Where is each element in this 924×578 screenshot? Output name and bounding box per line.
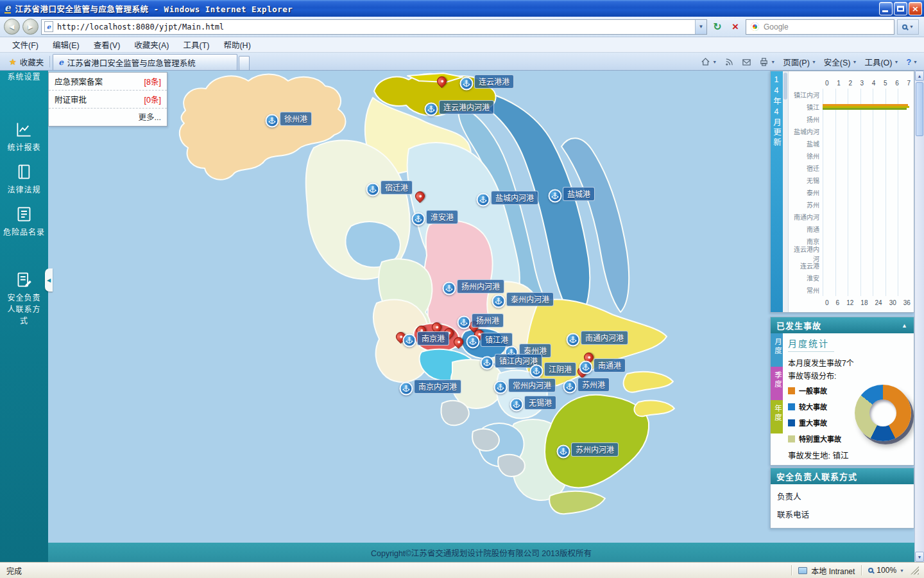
accident-tabs: 月度 季度 年度 xyxy=(771,333,783,465)
chart-scrollbar-thumb[interactable] xyxy=(783,73,787,100)
quick-row-count: [0条] xyxy=(144,93,161,105)
tab-quarterly[interactable]: 季度 xyxy=(771,367,783,400)
port-label: 淮安港 xyxy=(426,210,458,224)
legend-label: 一般事故 xyxy=(799,385,827,396)
sidebar-item-safety-contact[interactable]: 安全负责人联系方式 xyxy=(0,271,48,327)
map-island-se-2 xyxy=(635,401,674,417)
ie-tab-icon: e xyxy=(58,58,64,67)
chart-category-label: 连云港 xyxy=(789,261,823,270)
quick-row-label: 应急预案备案 xyxy=(55,75,103,87)
sidebar: 系统设置 统计报表 法律法规 危险品名录 安全负责人联系方式 ◀ xyxy=(0,71,48,562)
forward-button[interactable]: ▶ xyxy=(22,19,38,35)
axis-tick-label: 5 xyxy=(884,80,887,87)
chart-row: 镇江 xyxy=(789,101,911,113)
search-box[interactable]: Google xyxy=(746,19,894,35)
search-input[interactable]: Google xyxy=(764,22,789,31)
search-button[interactable]: ▼ xyxy=(897,19,919,35)
accident-panel: 已发生事故 ▲ 月度 季度 年度 月度统计 本月度发生事故7个 事故等级分布: xyxy=(770,317,914,466)
tab-title: 江苏省港口安全监管与应急管理系统 xyxy=(67,57,196,69)
chart-row: 南通 xyxy=(789,223,911,235)
feeds-button[interactable] xyxy=(721,56,737,68)
intranet-icon xyxy=(798,567,807,574)
menu-item[interactable]: 文件(F) xyxy=(5,37,46,53)
menu-item[interactable]: 编辑(E) xyxy=(46,37,87,53)
address-url[interactable]: http://localhost:8080/yjpt/Main.html xyxy=(57,22,695,31)
scroll-down-icon[interactable]: ▼ xyxy=(915,552,924,562)
tab-yearly[interactable]: 年度 xyxy=(771,400,783,434)
sidebar-item-system-settings[interactable]: 系统设置 xyxy=(0,71,48,82)
minimize-button[interactable] xyxy=(879,2,893,15)
address-bar[interactable]: e http://localhost:8080/yjpt/Main.html ▼ xyxy=(41,19,707,35)
sidebar-collapse-handle[interactable]: ◀ xyxy=(45,268,53,292)
accident-location: 事故发生地: 镇江 xyxy=(788,449,848,461)
sidebar-item-statistics[interactable]: 统计报表 xyxy=(0,121,48,153)
back-button[interactable]: ◀ xyxy=(4,19,20,35)
chart-row: 淮安 xyxy=(789,272,911,284)
port-label: 盐城港 xyxy=(563,187,595,201)
anchor-icon xyxy=(466,335,480,349)
chart-row: 苏州 xyxy=(789,198,911,211)
menu-item[interactable]: 收藏夹(A) xyxy=(127,37,176,53)
title-bar[interactable]: e 江苏省港口安全监管与应急管理系统 - Windows Internet Ex… xyxy=(0,0,924,17)
scroll-up-icon[interactable]: ▲ xyxy=(915,71,924,81)
axis-tick-label: 7 xyxy=(907,80,911,87)
tab-main[interactable]: e 江苏省港口安全监管与应急管理系统 xyxy=(53,54,237,70)
page-menu-button[interactable]: 页面(P) ▼ xyxy=(780,55,819,69)
vertical-scrollbar[interactable]: ▲ ▼ xyxy=(914,71,924,562)
chart-category-label: 镇江内河 xyxy=(789,90,823,100)
menu-item[interactable]: 帮助(H) xyxy=(216,37,257,53)
favorites-button[interactable]: ★ 收藏夹 xyxy=(3,54,49,70)
accident-legend: 一般事故 较大事故 重大事故 特别重大事故 xyxy=(788,385,849,444)
mail-button[interactable] xyxy=(739,56,755,68)
sidebar-item-laws[interactable]: 法律法规 xyxy=(0,163,48,196)
status-done: 完成 xyxy=(6,565,785,576)
feed-icon xyxy=(724,57,734,67)
scrollbar-thumb[interactable] xyxy=(916,82,923,136)
chart-category-label: 连云港内河 xyxy=(789,244,823,263)
chart-bar-track xyxy=(823,259,911,272)
zoom-control[interactable]: 100% ▼ xyxy=(868,566,904,575)
chart-category-label: 无锡 xyxy=(789,175,823,185)
accident-panel-header[interactable]: 已发生事故 ▲ xyxy=(771,317,914,333)
anchor-icon xyxy=(494,381,508,394)
chart-bar-track xyxy=(823,272,911,284)
axis-tick-label: 6 xyxy=(836,299,840,306)
port-label: 连云港港 xyxy=(474,74,514,89)
bar-chart-top-axis: 01234567 xyxy=(825,80,911,87)
quick-panel-row-certificate[interactable]: 附证审批 [0条] xyxy=(49,91,167,109)
bar-chart-bottom-axis: 061218243036 xyxy=(825,299,911,306)
chart-scrollbar[interactable] xyxy=(783,71,789,312)
map-island-2 xyxy=(472,429,499,451)
axis-tick-label: 2 xyxy=(848,80,852,87)
refresh-button[interactable]: ↻ xyxy=(710,19,725,35)
safety-menu-button[interactable]: 安全(S) ▼ xyxy=(821,55,860,69)
legend-color-swatch xyxy=(788,403,795,410)
collapse-arrow-icon[interactable]: ▲ xyxy=(902,322,908,329)
chart-bar-track xyxy=(823,162,911,174)
tools-menu-button[interactable]: 工具(O) ▼ xyxy=(861,55,902,69)
chart-category-label: 淮安 xyxy=(789,273,823,283)
maximize-button[interactable] xyxy=(894,2,907,15)
resize-grip[interactable] xyxy=(911,566,919,575)
contact-panel-header[interactable]: 安全负责人联系方式 xyxy=(771,468,914,484)
scrollbar-track[interactable] xyxy=(915,81,924,552)
anchor-icon xyxy=(366,183,380,197)
legend-color-swatch xyxy=(788,419,795,426)
help-button[interactable]: ? ▼ xyxy=(903,57,921,68)
new-tab-stub[interactable] xyxy=(239,56,250,70)
menu-item[interactable]: 工具(T) xyxy=(176,37,216,53)
menu-item[interactable]: 查看(V) xyxy=(87,37,128,53)
quick-panel-more-link[interactable]: 更多... xyxy=(49,109,167,126)
tab-monthly[interactable]: 月度 xyxy=(771,333,783,367)
stop-button[interactable]: × xyxy=(728,19,743,35)
address-dropdown[interactable]: ▼ xyxy=(695,20,706,34)
map-island-se-1 xyxy=(624,372,673,392)
print-button[interactable]: ▼ xyxy=(756,56,778,68)
home-button[interactable]: ▼ xyxy=(697,56,720,68)
quick-panel-row-emergency-plan[interactable]: 应急预案备案 [8条] xyxy=(49,73,167,91)
sidebar-item-hazmat-list[interactable]: 危险品名录 xyxy=(0,206,48,238)
port-label: 南京港 xyxy=(417,331,449,346)
chart-bar-track xyxy=(823,137,911,150)
close-button[interactable]: × xyxy=(909,2,922,15)
anchor-icon xyxy=(460,77,474,91)
